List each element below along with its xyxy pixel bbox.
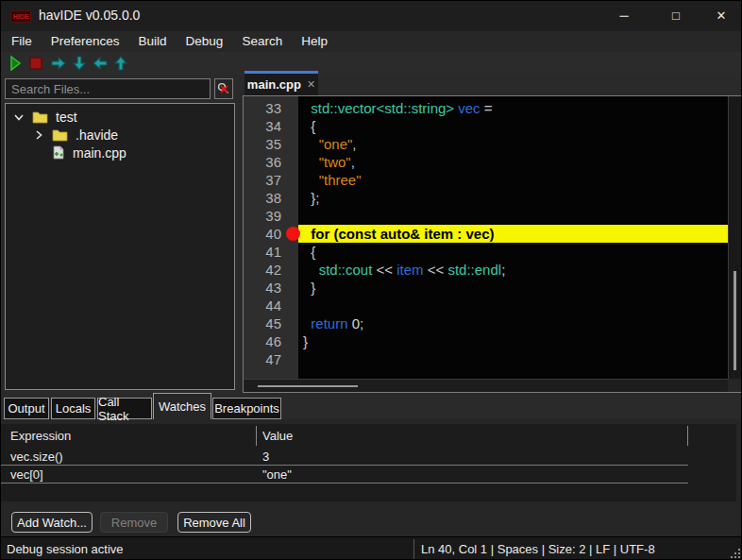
step-over-icon[interactable]: [50, 55, 67, 72]
stop-icon[interactable]: [27, 55, 44, 72]
tree-item-label: .havide: [76, 127, 118, 143]
close-button[interactable]: ✕: [700, 1, 742, 31]
line-number[interactable]: 33: [244, 99, 298, 117]
code-line-46[interactable]: 46}: [244, 332, 728, 350]
code-line-42[interactable]: 42 std::cout << item << std::endl;: [244, 261, 728, 279]
line-number[interactable]: 35: [244, 135, 298, 153]
line-number[interactable]: 39: [244, 207, 298, 225]
clear-search-button[interactable]: [214, 78, 233, 99]
close-tab-icon[interactable]: ✕: [307, 78, 315, 91]
tab-main-cpp[interactable]: main.cpp ✕: [245, 71, 318, 95]
tab-watches[interactable]: Watches: [153, 393, 211, 419]
watch-row-vec-0[interactable]: vec[0] "one": [1, 466, 688, 484]
chevron-down-icon[interactable]: [13, 111, 25, 123]
code-line-37[interactable]: 37 "three": [244, 171, 728, 189]
current-execution-line: for (const auto& item : vec): [298, 225, 728, 243]
window-title: havIDE v0.05.0.0: [39, 8, 140, 23]
vertical-scrollbar-thumb[interactable]: [734, 271, 736, 370]
app-logo-icon: HIDE: [10, 10, 31, 23]
column-header-expression: Expression: [1, 429, 256, 443]
line-number[interactable]: 34: [244, 117, 298, 135]
line-number[interactable]: 38: [244, 189, 298, 207]
add-watch-button[interactable]: Add Watch...: [11, 512, 93, 533]
tree-item-maincpp[interactable]: main.cpp: [52, 144, 126, 161]
code-text: }: [298, 332, 728, 350]
step-out-icon[interactable]: [112, 55, 129, 72]
line-number[interactable]: 42: [244, 261, 298, 279]
status-message: Debug session active: [7, 542, 124, 556]
remove-all-watches-button[interactable]: Remove All: [177, 512, 251, 533]
code-line-41[interactable]: 41 {: [244, 243, 728, 261]
line-number[interactable]: 45: [244, 314, 298, 332]
tab-locals[interactable]: Locals: [51, 398, 95, 419]
minimize-button[interactable]: ─: [602, 1, 646, 31]
code-text: }: [298, 279, 728, 297]
watch-row-vec-size[interactable]: vec.size() 3: [1, 448, 688, 466]
tree-item-havide[interactable]: .havide: [33, 126, 118, 144]
breakpoint-icon[interactable]: [286, 227, 300, 241]
tree-item-label: main.cpp: [73, 145, 126, 161]
code-text: "one",: [298, 135, 728, 153]
code-line-33[interactable]: 33 std::vector<std::string> vec =: [244, 99, 728, 117]
folder-icon: [52, 128, 68, 142]
line-number[interactable]: 47: [244, 350, 298, 368]
tree-item-test[interactable]: test: [13, 108, 77, 126]
code-line-34[interactable]: 34 {: [244, 117, 728, 135]
vertical-scrollbar[interactable]: [728, 96, 741, 379]
line-number[interactable]: 44: [244, 297, 298, 314]
code-line-36[interactable]: 36 "two",: [244, 153, 728, 171]
menu-search[interactable]: Search: [232, 31, 292, 52]
code-line-38[interactable]: 38 };: [244, 189, 728, 207]
line-number[interactable]: 36: [244, 153, 298, 171]
menu-file[interactable]: File: [2, 31, 42, 52]
line-number[interactable]: 40: [244, 225, 298, 243]
code-editor[interactable]: 33 std::vector<std::string> vec =34 {35 …: [243, 95, 742, 393]
menu-debug[interactable]: Debug: [177, 31, 233, 52]
tab-call-stack[interactable]: Call Stack: [97, 398, 152, 419]
watch-value: "one": [256, 467, 688, 482]
code-line-40[interactable]: 40 for (const auto& item : vec): [244, 225, 728, 243]
file-tree: test .havide main.cpp: [5, 103, 235, 390]
code-text: [298, 350, 728, 368]
step-into-icon[interactable]: [71, 55, 88, 72]
maximize-button[interactable]: □: [654, 1, 698, 31]
menu-help[interactable]: Help: [292, 31, 337, 52]
title-bar: HIDE havIDE v0.05.0.0 ─ □ ✕: [1, 1, 742, 31]
horizontal-scrollbar-thumb[interactable]: [258, 385, 358, 387]
code-text: "three": [298, 171, 728, 189]
column-divider[interactable]: [256, 426, 257, 446]
line-number[interactable]: 41: [244, 243, 298, 261]
code-text: };: [298, 189, 728, 207]
code-line-39[interactable]: 39: [244, 207, 728, 225]
watches-header-row: Expression Value: [1, 424, 736, 448]
line-number[interactable]: 37: [244, 171, 298, 189]
code-text: {: [298, 117, 728, 135]
chevron-right-icon[interactable]: [33, 129, 44, 141]
run-icon[interactable]: [7, 55, 24, 72]
tab-breakpoints[interactable]: Breakpoints: [212, 398, 281, 419]
menu-build[interactable]: Build: [129, 31, 177, 52]
menu-preferences[interactable]: Preferences: [42, 31, 129, 52]
tree-item-label: test: [56, 110, 77, 125]
search-files-input[interactable]: [5, 78, 211, 99]
remove-watch-button: Remove: [100, 512, 168, 533]
app-window: HIDE havIDE v0.05.0.0 ─ □ ✕ File Prefere…: [0, 0, 742, 560]
code-text: [298, 297, 728, 314]
status-bar: Debug session active Ln 40, Col 1 | Spac…: [1, 536, 742, 560]
code-text: std::cout << item << std::endl;: [298, 261, 728, 279]
code-line-44[interactable]: 44: [244, 297, 728, 314]
cursor-position-status: Ln 40, Col 1 | Spaces | Size: 2 | LF | U…: [421, 542, 655, 556]
tab-output[interactable]: Output: [4, 398, 49, 419]
code-line-35[interactable]: 35 "one",: [244, 135, 728, 153]
line-number[interactable]: 43: [244, 279, 298, 297]
code-line-47[interactable]: 47: [244, 350, 728, 368]
column-divider[interactable]: [687, 426, 688, 446]
scrollbar-corner: [728, 379, 741, 392]
resize-grip[interactable]: [730, 548, 741, 559]
code-line-43[interactable]: 43 }: [244, 279, 728, 297]
line-number[interactable]: 46: [244, 332, 298, 350]
menu-bar: File Preferences Build Debug Search Help: [1, 31, 742, 52]
code-line-45[interactable]: 45 return 0;: [244, 314, 728, 332]
horizontal-scrollbar[interactable]: [244, 379, 728, 392]
step-back-icon[interactable]: [92, 55, 109, 72]
